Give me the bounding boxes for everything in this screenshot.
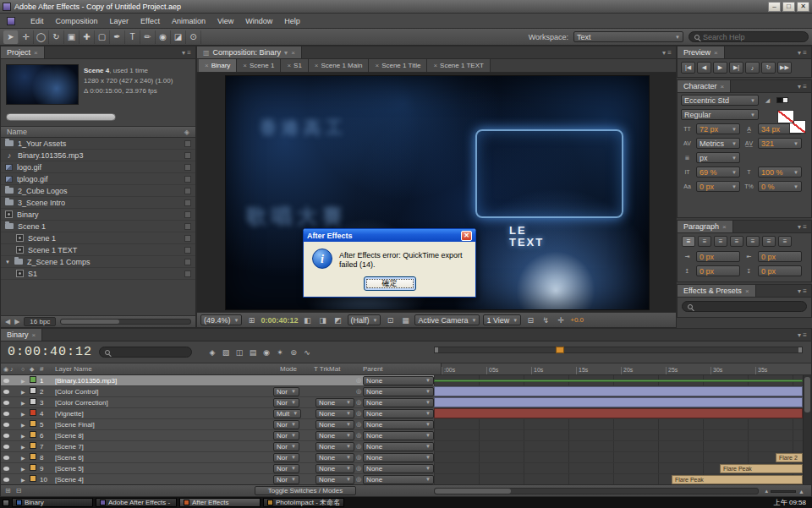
layer-color-swatch[interactable] [30, 431, 36, 438]
mode-column-header[interactable]: Mode [280, 365, 314, 373]
layer-color-swatch[interactable] [30, 442, 36, 449]
tab-character[interactable]: Character× [678, 80, 731, 92]
timeline-layer-row[interactable]: ▶ 5 [Scene Final] Nor▼ None▼ ◎None▼ [1, 419, 434, 430]
fast-preview-icon[interactable]: ↯ [540, 316, 551, 325]
space-after-field[interactable]: 0 px [758, 265, 802, 276]
first-frame-button[interactable]: |◀ [681, 62, 695, 74]
trkmat-dropdown[interactable]: None▼ [315, 409, 354, 418]
viewer-tab-s1[interactable]: ×S1 [281, 59, 308, 72]
viewer-tab-scene1-title[interactable]: ×Scene 1 Title [369, 59, 427, 72]
black-white-swatch[interactable] [776, 97, 788, 103]
maximize-button[interactable]: □ [782, 2, 795, 12]
parent-column-header[interactable]: Parent [363, 365, 441, 373]
show-snapshot-icon[interactable]: ◨ [317, 316, 329, 325]
auto-keyframe-icon[interactable]: ⊚ [287, 348, 300, 357]
tab-timeline-binary[interactable]: Binary× [1, 329, 42, 341]
timeline-zoom-slider[interactable] [771, 490, 796, 493]
hand-tool[interactable]: ✛ [19, 30, 34, 44]
pick-whip-icon[interactable]: ◎ [356, 421, 361, 428]
dialog-close-button[interactable]: ✕ [461, 231, 472, 241]
layer-bar[interactable] [434, 408, 803, 418]
project-item[interactable]: Scene 1 TEXT [1, 244, 195, 256]
align-left-button[interactable]: ≡ [682, 236, 695, 247]
previous-frame-button[interactable]: ◀ [697, 62, 711, 74]
parent-dropdown[interactable]: None▼ [363, 475, 434, 484]
indent-left-field[interactable]: 0 px [696, 251, 740, 262]
project-item[interactable]: S1 [1, 268, 195, 280]
audio-layer-bar[interactable] [434, 380, 803, 382]
trkmat-dropdown[interactable]: None▼ [315, 431, 354, 440]
viewer-tab-close-icon[interactable]: × [375, 62, 379, 69]
timeline-layer-row[interactable]: ▶ 8 [Scene 6] Nor▼ None▼ ◎None▼ [1, 452, 434, 463]
pick-whip-icon[interactable]: ◎ [356, 454, 361, 461]
eye-icon[interactable] [3, 467, 9, 471]
parent-dropdown[interactable]: None▼ [363, 420, 434, 429]
parent-dropdown[interactable]: None▼ [363, 398, 434, 407]
eye-icon[interactable] [3, 423, 9, 427]
mode-dropdown[interactable]: Nor▼ [273, 420, 299, 429]
layer-color-swatch[interactable] [30, 387, 36, 394]
timeline-layer-row[interactable]: ▶ 10 [Scene 4] Nor▼ None▼ ◎None▼ [1, 474, 434, 484]
trkmat-dropdown[interactable]: None▼ [315, 475, 354, 484]
transparency-grid-icon[interactable]: ▦ [399, 316, 411, 325]
layer-color-swatch[interactable] [30, 453, 36, 460]
fill-color-swatch[interactable] [777, 110, 794, 123]
menu-layer[interactable]: Layer [110, 17, 129, 25]
frame-blend-icon[interactable]: ▤ [246, 348, 260, 357]
tsume-field[interactable]: 0 %▼ [758, 181, 802, 192]
pen-tool[interactable]: ✒ [110, 30, 125, 44]
indent-right-field[interactable]: 0 px [758, 251, 802, 262]
layer-bar[interactable] [434, 386, 803, 396]
region-of-interest-icon[interactable]: ⊡ [384, 316, 396, 325]
close-button[interactable]: ✕ [797, 2, 809, 12]
menu-view[interactable]: View [217, 17, 233, 25]
layer-name[interactable]: [Binary.101356.mp3] [55, 377, 273, 385]
eye-icon[interactable] [3, 434, 9, 438]
comp-timecode[interactable]: 0:00:40:12 [261, 316, 298, 325]
project-item[interactable]: Scene 1 [1, 232, 195, 244]
project-search-field[interactable] [6, 113, 116, 121]
layer-name[interactable]: [Color Control] [55, 388, 273, 396]
timeline-layer-row[interactable]: ▶ 6 [Scene 8] Nor▼ None▼ ◎None▼ [1, 430, 434, 441]
type-tool[interactable]: T [125, 30, 140, 44]
expand-arrow-icon[interactable]: ▶ [21, 478, 25, 483]
menu-effect[interactable]: Effect [140, 17, 160, 25]
loop-button[interactable]: ↻ [761, 62, 776, 74]
trkmat-dropdown[interactable]: None▼ [315, 442, 354, 451]
panel-menu-icon[interactable]: ▾ ≡ [793, 285, 811, 297]
panel-menu-icon[interactable]: ▾ ≡ [793, 80, 811, 92]
menu-edit[interactable]: Edit [30, 17, 44, 25]
timeline-layer-row[interactable]: ▶ 1 [Binary.101356.mp3] ▼ ▼ ◎None▼ [1, 375, 434, 386]
taskbar-button-after-effects-dialog[interactable]: After Effects [179, 498, 261, 507]
magnification-dropdown[interactable]: (49.4%)▼ [200, 314, 242, 325]
help-search-input[interactable] [703, 33, 803, 41]
justify-last-left-button[interactable]: ≡ [730, 236, 743, 247]
expand-arrow-icon[interactable]: ▶ [21, 445, 25, 450]
pick-whip-icon[interactable]: ◎ [356, 399, 361, 406]
mode-dropdown[interactable]: Nor▼ [273, 464, 299, 473]
graph-editor-icon[interactable]: ∿ [300, 348, 314, 357]
project-bpc-button[interactable]: 16 bpc [24, 317, 56, 326]
tab-close-icon[interactable]: × [745, 287, 749, 295]
flowchart-icon[interactable]: ◈ [184, 128, 189, 136]
tab-close-icon[interactable]: × [722, 223, 727, 231]
exposure-icon[interactable]: ✛ [555, 316, 567, 325]
tab-preview[interactable]: Preview× [678, 46, 725, 58]
viewer-tab-scene1-text[interactable]: ×Scene 1 TEXT [427, 59, 491, 72]
justify-all-button[interactable]: ≡ [778, 236, 792, 247]
project-item[interactable]: tplogo.gif [1, 173, 195, 185]
layer-bar[interactable]: Flare Peak [720, 464, 803, 473]
timeline-layer-row[interactable]: ▶ 3 [Color Correction] Nor▼ None▼ ◎None▼ [1, 397, 434, 408]
mode-dropdown[interactable]: Nor▼ [273, 387, 299, 396]
comp-mini-flowchart-icon[interactable]: ◈ [206, 348, 219, 357]
kerning-dropdown[interactable]: Metrics▼ [696, 138, 740, 149]
eye-icon[interactable] [3, 390, 9, 394]
expand-arrow-icon[interactable]: ▶ [21, 434, 25, 439]
eyedropper-icon[interactable]: ◢ [761, 97, 774, 104]
project-item[interactable]: Scene 1 [1, 221, 195, 232]
pick-whip-icon[interactable]: ◎ [356, 465, 361, 472]
menu-composition[interactable]: Composition [56, 17, 98, 25]
brainstorm-icon[interactable]: ✶ [273, 348, 287, 357]
viewer-tab-close-icon[interactable]: × [315, 62, 319, 69]
tab-menu-icon[interactable]: ▾ [284, 49, 288, 57]
